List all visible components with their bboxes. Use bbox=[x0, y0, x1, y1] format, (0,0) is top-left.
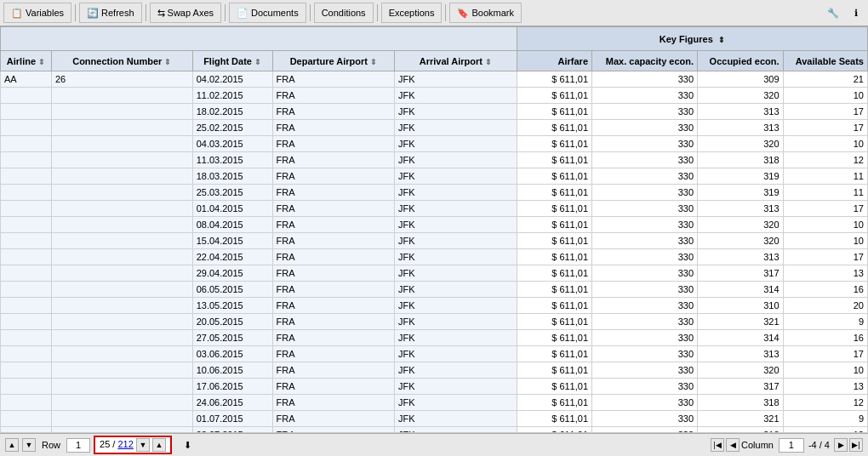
bookmark-button[interactable]: 🔖 Bookmark bbox=[449, 3, 522, 23]
toolbar: 📋 Variables 🔄 Refresh ⇆ Swap Axes 📄 Docu… bbox=[0, 0, 868, 26]
table-row: 25.03.2015FRAJFK$ 611,0133031911 bbox=[1, 185, 868, 201]
cell-conn bbox=[51, 330, 192, 346]
cell-airfare: $ 611,01 bbox=[517, 362, 591, 379]
cell-airfare: $ 611,01 bbox=[517, 185, 591, 201]
table-row: 27.05.2015FRAJFK$ 611,0133031416 bbox=[1, 330, 868, 346]
cell-conn bbox=[51, 168, 192, 185]
page-indicator[interactable]: 25 / 212 ▼ ▲ bbox=[94, 436, 172, 454]
col-prev-button[interactable]: ◀ bbox=[726, 438, 740, 452]
cell-airline bbox=[1, 120, 52, 136]
conditions-button[interactable]: Conditions bbox=[314, 3, 374, 23]
variables-button[interactable]: 📋 Variables bbox=[3, 3, 71, 23]
cell-maxcap: 330 bbox=[592, 362, 698, 379]
page-total[interactable]: 212 bbox=[117, 439, 133, 449]
col-header-maxcap[interactable]: Max. capacity econ. bbox=[592, 51, 698, 71]
cell-available: 10 bbox=[783, 217, 867, 233]
cell-conn bbox=[51, 104, 192, 120]
col-input[interactable] bbox=[779, 438, 804, 453]
cell-date: 04.02.2015 bbox=[192, 71, 272, 88]
col-header-occupied[interactable]: Occupied econ. bbox=[698, 51, 783, 71]
col-header-airfare[interactable]: Airfare bbox=[517, 51, 591, 71]
separator-1 bbox=[75, 4, 76, 21]
cell-conn bbox=[51, 298, 192, 314]
cell-airline bbox=[1, 362, 52, 379]
cell-occupied: 319 bbox=[698, 168, 783, 185]
cell-occupied: 310 bbox=[698, 298, 783, 314]
cell-conn bbox=[51, 265, 192, 282]
cell-date: 11.03.2015 bbox=[192, 152, 272, 168]
cell-airline bbox=[1, 395, 52, 411]
cell-arr: JFK bbox=[395, 282, 517, 298]
cell-date: 01.07.2015 bbox=[192, 411, 272, 427]
separator-6 bbox=[445, 4, 446, 21]
cell-maxcap: 330 bbox=[592, 346, 698, 362]
cell-maxcap: 330 bbox=[592, 314, 698, 330]
cell-occupied: 317 bbox=[698, 379, 783, 395]
exceptions-button[interactable]: Exceptions bbox=[381, 3, 443, 23]
cell-date: 18.03.2015 bbox=[192, 168, 272, 185]
row-next-button[interactable]: ▼ bbox=[22, 438, 36, 452]
cell-conn bbox=[51, 249, 192, 265]
cell-available: 9 bbox=[783, 411, 867, 427]
col-header-airline[interactable]: Airline bbox=[1, 51, 52, 71]
cell-airline bbox=[1, 249, 52, 265]
cell-arr: JFK bbox=[395, 168, 517, 185]
col-header-conn[interactable]: Connection Number bbox=[51, 51, 192, 71]
cell-occupied: 321 bbox=[698, 314, 783, 330]
info-icon-button[interactable]: ℹ bbox=[848, 3, 865, 23]
cell-date: 22.04.2015 bbox=[192, 249, 272, 265]
cell-airline bbox=[1, 104, 52, 120]
cell-maxcap: 330 bbox=[592, 379, 698, 395]
cell-occupied: 318 bbox=[698, 395, 783, 411]
cell-maxcap: 330 bbox=[592, 185, 698, 201]
cell-dep: FRA bbox=[272, 168, 395, 185]
cell-occupied: 320 bbox=[698, 88, 783, 104]
row-prev-button[interactable]: ▲ bbox=[5, 438, 19, 452]
col-next-button[interactable]: ▶ bbox=[834, 438, 848, 452]
cell-airfare: $ 611,01 bbox=[517, 314, 591, 330]
settings-icon-button[interactable]: 🔧 bbox=[820, 3, 846, 23]
col-header-arr[interactable]: Arrival Airport bbox=[395, 51, 517, 71]
cell-dep: FRA bbox=[272, 395, 395, 411]
cell-airfare: $ 611,01 bbox=[517, 104, 591, 120]
refresh-icon: 🔄 bbox=[87, 8, 99, 19]
header-row-2: Airline Connection Number Flight Date De… bbox=[1, 51, 868, 71]
cell-maxcap: 330 bbox=[592, 136, 698, 152]
cell-arr: JFK bbox=[395, 379, 517, 395]
page-prev-button[interactable]: ▼ bbox=[136, 438, 150, 452]
cell-maxcap: 330 bbox=[592, 168, 698, 185]
col-header-date[interactable]: Flight Date bbox=[192, 51, 272, 71]
row-input[interactable] bbox=[66, 438, 90, 453]
conditions-label: Conditions bbox=[322, 8, 366, 18]
cell-dep: FRA bbox=[272, 201, 395, 217]
col-header-available[interactable]: Available Seats bbox=[783, 51, 867, 71]
download-icon[interactable]: ⬇ bbox=[184, 440, 191, 451]
cell-airline bbox=[1, 136, 52, 152]
cell-maxcap: 330 bbox=[592, 298, 698, 314]
cell-airline bbox=[1, 411, 52, 427]
cell-arr: JFK bbox=[395, 71, 517, 88]
swap-axes-button[interactable]: ⇆ Swap Axes bbox=[150, 3, 221, 23]
documents-button[interactable]: 📄 Documents bbox=[229, 3, 306, 23]
col-first-button[interactable]: |◀ bbox=[711, 438, 724, 452]
cell-occupied: 320 bbox=[698, 233, 783, 249]
cell-airline bbox=[1, 233, 52, 249]
cell-available: 12 bbox=[783, 427, 867, 434]
table-row: 11.03.2015FRAJFK$ 611,0133031812 bbox=[1, 152, 868, 168]
cell-arr: JFK bbox=[395, 298, 517, 314]
cell-airfare: $ 611,01 bbox=[517, 120, 591, 136]
refresh-button[interactable]: 🔄 Refresh bbox=[79, 3, 142, 23]
cell-airline bbox=[1, 379, 52, 395]
cell-arr: JFK bbox=[395, 265, 517, 282]
cell-airfare: $ 611,01 bbox=[517, 217, 591, 233]
cell-dep: FRA bbox=[272, 71, 395, 88]
col-last-button[interactable]: ▶| bbox=[849, 438, 863, 452]
cell-date: 08.04.2015 bbox=[192, 217, 272, 233]
cell-dep: FRA bbox=[272, 411, 395, 427]
cell-available: 16 bbox=[783, 330, 867, 346]
cell-dep: FRA bbox=[272, 120, 395, 136]
col-header-dep[interactable]: Departure Airport bbox=[272, 51, 395, 71]
page-next-button[interactable]: ▲ bbox=[152, 438, 166, 452]
cell-date: 10.06.2015 bbox=[192, 362, 272, 379]
cell-available: 17 bbox=[783, 249, 867, 265]
